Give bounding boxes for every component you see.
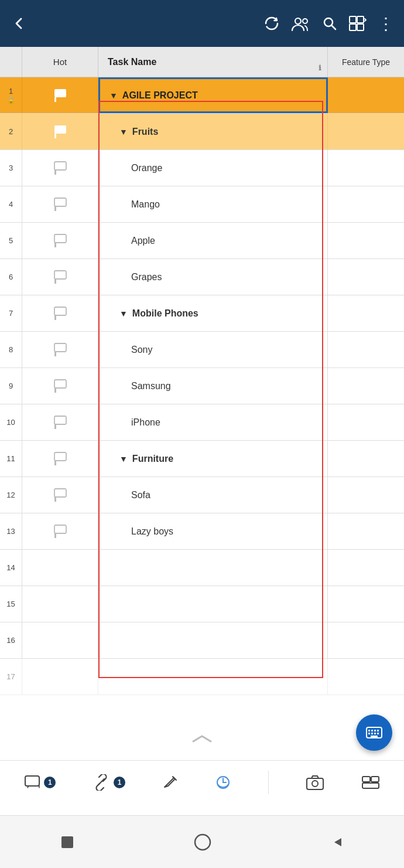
svg-rect-19 xyxy=(54,307,66,315)
row-number: 13 xyxy=(0,513,22,549)
row-hot-cell[interactable] xyxy=(22,368,98,404)
row-feature-cell xyxy=(328,295,404,331)
table-row[interactable]: 3 Orange xyxy=(0,150,404,186)
table-row[interactable]: 15 xyxy=(0,586,404,622)
table-row[interactable]: 7 ▼ Mobile Phones xyxy=(0,295,404,332)
row-number: 6 xyxy=(0,259,22,295)
flag-outline-icon xyxy=(52,414,69,431)
row-task-cell[interactable]: Sony xyxy=(98,332,328,367)
row-task-cell[interactable]: Lazy boys xyxy=(98,513,328,549)
svg-rect-47 xyxy=(362,777,370,782)
table-row[interactable]: 11 ▼ Furniture xyxy=(0,441,404,477)
link-action[interactable]: 1 xyxy=(93,774,125,791)
row-task-cell[interactable]: Sofa xyxy=(98,477,328,513)
table-row[interactable]: 6 Grapes xyxy=(0,259,404,295)
table-row[interactable]: 5 Apple xyxy=(0,223,404,259)
flag-filled-icon xyxy=(52,87,69,104)
row-hot-cell[interactable] xyxy=(22,513,98,549)
row-task-cell[interactable]: Apple xyxy=(98,223,328,258)
row-task-cell[interactable] xyxy=(98,586,328,622)
row-hot-cell[interactable] xyxy=(22,295,98,331)
row-task-cell[interactable]: ▼ Mobile Phones xyxy=(98,295,328,331)
svg-rect-25 xyxy=(54,416,66,424)
table-row[interactable]: 13 Lazy boys xyxy=(0,513,404,550)
row-hot-cell[interactable] xyxy=(22,223,98,258)
svg-rect-43 xyxy=(25,776,39,786)
camera-action[interactable] xyxy=(306,774,324,791)
hot-column-header: Hot xyxy=(22,47,98,77)
svg-rect-40 xyxy=(374,733,376,734)
grid-view-button[interactable] xyxy=(348,15,367,32)
row-number: 4 xyxy=(0,186,22,222)
activity-action[interactable] xyxy=(215,774,231,791)
row-task-cell[interactable]: Mango xyxy=(98,186,328,222)
table-row[interactable]: 16 xyxy=(0,622,404,659)
row-feature-cell xyxy=(328,550,404,586)
row-feature-cell xyxy=(328,150,404,186)
flag-outline-icon xyxy=(52,160,69,176)
svg-rect-45 xyxy=(307,778,323,789)
row-number: 7 xyxy=(0,295,22,331)
android-home-button[interactable] xyxy=(58,833,77,852)
stop-icon xyxy=(58,833,77,852)
row-hot-cell[interactable] xyxy=(22,77,98,113)
table-row[interactable]: 8 Sony xyxy=(0,332,404,368)
android-back-button[interactable] xyxy=(192,832,213,853)
flag-outline-icon xyxy=(52,342,69,358)
table-row[interactable]: 12 Sofa xyxy=(0,477,404,513)
layout-action[interactable] xyxy=(361,774,380,791)
users-button[interactable] xyxy=(291,15,311,32)
svg-point-0 xyxy=(295,18,301,24)
comment-action[interactable]: 1 xyxy=(24,774,56,791)
svg-rect-31 xyxy=(54,525,66,533)
table-row[interactable]: 17 xyxy=(0,659,404,695)
toolbar-divider xyxy=(268,771,269,794)
refresh-button[interactable] xyxy=(263,15,280,32)
row-task-cell[interactable]: ▼ Furniture xyxy=(98,441,328,476)
more-options-button[interactable]: ⋮ xyxy=(378,14,393,33)
search-button[interactable] xyxy=(321,15,338,32)
spreadsheet-table: Hot Task Name ℹ Feature Type 1 🔒 ▼ AGILE… xyxy=(0,47,404,695)
row-task-cell[interactable]: iPhone xyxy=(98,404,328,440)
svg-rect-17 xyxy=(54,271,66,279)
table-row[interactable]: 2 ▼ Fruits xyxy=(0,114,404,150)
collapse-triangle: ▼ xyxy=(109,91,118,100)
row-task-cell[interactable]: ▼ AGILE PROJECT xyxy=(98,77,328,113)
row-hot-cell xyxy=(22,550,98,586)
back-button[interactable] xyxy=(11,15,27,32)
table-row[interactable]: 1 🔒 ▼ AGILE PROJECT xyxy=(0,77,404,114)
row-hot-cell[interactable] xyxy=(22,441,98,476)
row-hot-cell[interactable] xyxy=(22,259,98,295)
keyboard-fab[interactable] xyxy=(356,714,392,751)
row-task-cell[interactable]: ▼ Fruits xyxy=(98,114,328,149)
svg-rect-24 xyxy=(54,388,56,393)
table-row[interactable]: 14 xyxy=(0,550,404,586)
row-task-cell[interactable]: Orange xyxy=(98,150,328,186)
table-row[interactable]: 10 iPhone xyxy=(0,404,404,441)
back-triangle-icon xyxy=(328,833,346,851)
row-task-cell[interactable]: Grapes xyxy=(98,259,328,295)
row-hot-cell[interactable] xyxy=(22,332,98,367)
row-hot-cell[interactable] xyxy=(22,114,98,149)
edit-action[interactable] xyxy=(162,774,179,791)
row-task-cell[interactable]: Samsung xyxy=(98,368,328,404)
svg-rect-14 xyxy=(54,206,56,211)
column-header-row: Hot Task Name ℹ Feature Type xyxy=(0,47,404,77)
row-task-cell[interactable] xyxy=(98,622,328,658)
table-row[interactable]: 9 Samsung xyxy=(0,368,404,404)
android-recents-button[interactable] xyxy=(328,833,346,851)
row-hot-cell[interactable] xyxy=(22,404,98,440)
svg-rect-37 xyxy=(377,730,379,731)
row-hot-cell[interactable] xyxy=(22,477,98,513)
svg-rect-16 xyxy=(54,243,56,247)
svg-rect-30 xyxy=(54,497,56,502)
row-task-cell[interactable] xyxy=(98,659,328,695)
table-row[interactable]: 4 Mango xyxy=(0,186,404,223)
row-hot-cell[interactable] xyxy=(22,186,98,222)
row-task-cell[interactable] xyxy=(98,550,328,586)
camera-icon xyxy=(306,774,324,791)
row-number: 14 xyxy=(0,550,22,586)
row-hot-cell[interactable] xyxy=(22,150,98,186)
collapse-triangle: ▼ xyxy=(119,454,128,464)
flag-filled-icon xyxy=(52,124,69,140)
